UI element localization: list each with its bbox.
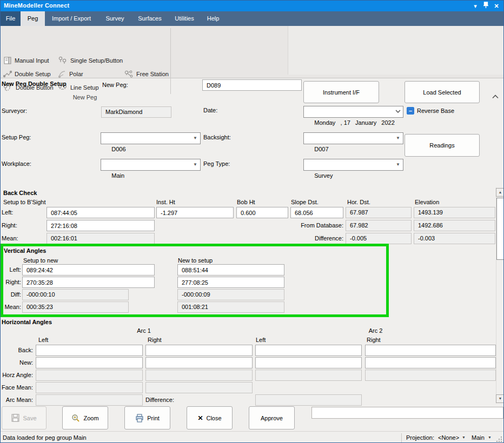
pin-icon[interactable] <box>481 2 490 10</box>
bc-diff-elevation: -0.003 <box>414 233 495 244</box>
setup-peg-select[interactable]: D006▼ <box>101 132 201 144</box>
col-header-setup-to-bsight: Setup to B'Sight <box>3 199 46 205</box>
bc-bob-ht-input[interactable] <box>236 207 288 218</box>
status-separator <box>401 433 402 442</box>
ha-col1-header: Left <box>38 337 48 343</box>
tab-help[interactable]: Help <box>201 11 225 26</box>
va-diff-new-to-setup: -000:00:09 <box>177 289 284 300</box>
ha-horz-arc2-left <box>255 370 362 381</box>
ha-face-mean-arc2 <box>145 382 253 393</box>
bc-db-hor-dst: 67.982 <box>346 220 412 231</box>
from-database-label: From Database: <box>282 222 343 229</box>
collapse-ribbon-icon[interactable] <box>492 95 499 99</box>
new-peg-label: New Peg: <box>102 82 128 88</box>
close-icon[interactable]: ✕ <box>492 2 501 10</box>
zoom-button[interactable]: Zoom <box>62 406 108 429</box>
peg-group-select[interactable]: Main <box>472 434 485 441</box>
save-icon <box>11 414 19 422</box>
ha-face-mean-arc1 <box>36 382 143 393</box>
ribbon-item-single-setup-button[interactable]: Single Setup/Button <box>58 56 123 65</box>
ha-back-label: Back: <box>1 347 33 353</box>
backsight-label: Backsight: <box>203 134 231 140</box>
ha-new-arc2-left-input[interactable] <box>255 357 362 368</box>
va-diff-label: Diff: <box>2 291 21 298</box>
ribbon-item-manual-input[interactable]: Manual Input <box>3 56 49 65</box>
dropdown-arrow-icon[interactable]: ▼ <box>395 161 401 169</box>
instrument-if-button[interactable]: Instrument I/F <box>303 81 379 103</box>
ha-face-mean-label: Face Mean: <box>1 384 33 391</box>
dropdown-arrow-icon[interactable]: ▼ <box>488 435 492 439</box>
ha-new-label: New: <box>1 359 33 366</box>
tab-surfaces[interactable]: Surfaces <box>132 11 168 26</box>
tab-peg[interactable]: Peg <box>21 11 45 26</box>
readings-button[interactable]: Readings <box>404 134 480 157</box>
approve-button[interactable]: Approve <box>249 406 295 429</box>
ha-col4-header: Right <box>367 337 381 343</box>
resize-grip-icon[interactable] <box>496 437 502 442</box>
print-button[interactable]: Print <box>124 406 170 429</box>
bc-inst-ht-input[interactable] <box>156 207 234 218</box>
bc-slope-dst-input[interactable] <box>290 207 343 218</box>
col-header-inst-ht: Inst. Ht <box>156 199 175 205</box>
bc-left-angle-input[interactable] <box>47 207 155 218</box>
load-selected-button[interactable]: Load Selected <box>404 81 480 103</box>
ha-back-arc2-left-input[interactable] <box>255 345 362 356</box>
backsight-select[interactable]: D007▼ <box>303 132 403 144</box>
chevron-down-icon[interactable]: ▾ <box>471 2 480 10</box>
workplace-select[interactable]: Main▼ <box>101 159 201 171</box>
dropdown-arrow-icon[interactable]: ▼ <box>395 135 401 142</box>
bc-mean-angle: 002:16:01 <box>47 233 155 244</box>
dropdown-arrow-icon[interactable]: ▼ <box>462 435 466 439</box>
va-mean-new-to-setup: 001:08:21 <box>177 301 284 313</box>
new-peg-input[interactable] <box>202 79 302 91</box>
tab-utilities[interactable]: Utilities <box>168 11 201 26</box>
va-right-label: Right: <box>2 279 21 285</box>
network-icon <box>124 70 134 78</box>
va-right-new-to-setup-input[interactable] <box>177 277 284 288</box>
ha-back-arc2-right-input[interactable] <box>365 345 496 356</box>
ha-horz-arc1-right <box>145 370 253 381</box>
dropdown-arrow-icon[interactable]: ▼ <box>192 161 198 169</box>
ribbon-group-separator <box>170 28 171 94</box>
arc-icon <box>58 70 67 78</box>
ribbon-item-polar[interactable]: Polar <box>58 69 83 79</box>
status-message: Data loaded for peg group Main <box>3 434 87 441</box>
close-button[interactable]: ✕ Close <box>187 406 233 429</box>
ribbon-item-free-station[interactable]: Free Station <box>124 69 169 79</box>
ha-new-arc1-left-input[interactable] <box>36 357 143 368</box>
ha-back-arc1-right-input[interactable] <box>145 345 253 356</box>
peg-type-select[interactable]: Survey▼ <box>303 159 403 171</box>
va-left-setup-to-new-input[interactable] <box>22 264 155 276</box>
ribbon-empty-zone <box>288 26 504 75</box>
va-diff-setup-to-new: -000:00:10 <box>22 289 129 300</box>
ribbon: Manual Input Single Setup/Button Double … <box>1 26 503 78</box>
bc-db-elevation: 1492.686 <box>414 220 495 231</box>
arc2-header: Arc 2 <box>255 327 496 334</box>
scrollbar-thumb[interactable] <box>496 198 504 260</box>
dropdown-arrow-icon[interactable]: ▼ <box>192 135 198 142</box>
bc-left-hor-dst: 67.987 <box>346 207 412 218</box>
ha-horz-angle-label: Horz Angle: <box>1 372 33 378</box>
tab-survey[interactable]: Survey <box>98 11 132 26</box>
ribbon-item-double-setup[interactable]: Double Setup <box>3 69 51 79</box>
tab-file[interactable]: File <box>1 11 21 26</box>
bc-right-angle-input[interactable] <box>47 220 155 231</box>
projection-select[interactable]: <None> <box>438 434 459 441</box>
chevron-down-icon[interactable] <box>395 108 401 116</box>
va-col1-header: Setup to new <box>23 257 58 264</box>
ha-new-arc2-right-input[interactable] <box>365 357 496 368</box>
ha-back-arc1-left-input[interactable] <box>36 345 143 356</box>
ribbon-group-label: New Peg <box>1 94 169 100</box>
reverse-base-checkbox[interactable]: – <box>407 107 414 115</box>
tab-import-export[interactable]: Import / Export <box>45 11 98 26</box>
date-picker[interactable]: Monday , 17 January 2022 <box>303 106 403 118</box>
horizontal-angles-title: Horizontal Angles <box>2 319 52 325</box>
scroll-up-icon[interactable]: ▲ <box>496 188 504 197</box>
workplace-label: Workplace: <box>2 160 31 167</box>
zoom-icon <box>71 414 80 422</box>
ha-horz-arc2-right <box>365 370 496 381</box>
va-left-new-to-setup-input[interactable] <box>177 264 284 276</box>
ha-new-arc1-right-input[interactable] <box>145 357 253 368</box>
scroll-down-icon[interactable]: ▼ <box>496 394 504 403</box>
va-right-setup-to-new-input[interactable] <box>22 277 155 288</box>
